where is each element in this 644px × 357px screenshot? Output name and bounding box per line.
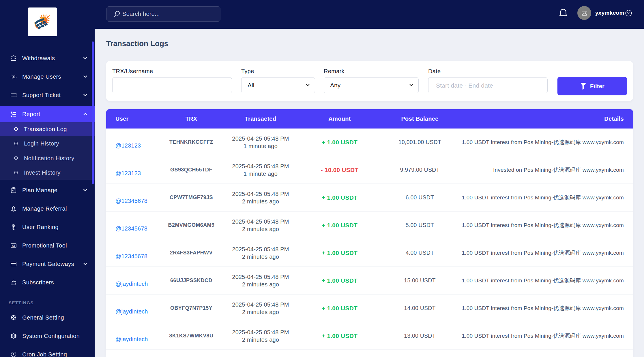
svg-text:Ad: Ad <box>12 245 15 247</box>
